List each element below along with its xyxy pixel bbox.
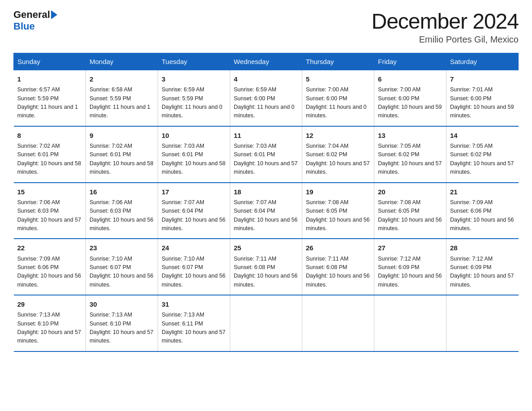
day-number: 22: [17, 243, 82, 253]
calendar-day-cell: 15 Sunrise: 7:06 AMSunset: 6:03 PMDaylig…: [14, 183, 86, 239]
calendar-day-cell: 22 Sunrise: 7:09 AMSunset: 6:06 PMDaylig…: [14, 239, 86, 295]
day-number: 23: [90, 243, 154, 253]
calendar-week-row: 1 Sunrise: 6:57 AMSunset: 5:59 PMDayligh…: [14, 70, 519, 126]
day-info: Sunrise: 7:10 AMSunset: 6:07 PMDaylight:…: [90, 256, 153, 288]
day-info: Sunrise: 7:05 AMSunset: 6:02 PMDaylight:…: [450, 143, 514, 175]
day-info: Sunrise: 6:59 AMSunset: 6:00 PMDaylight:…: [234, 86, 295, 119]
day-number: 18: [234, 187, 298, 197]
calendar-day-cell: 25 Sunrise: 7:11 AMSunset: 6:08 PMDaylig…: [230, 239, 302, 295]
calendar-day-cell: 17 Sunrise: 7:07 AMSunset: 6:04 PMDaylig…: [158, 183, 230, 239]
calendar-table: Sunday Monday Tuesday Wednesday Thursday…: [13, 53, 519, 352]
day-info: Sunrise: 7:13 AMSunset: 6:10 PMDaylight:…: [90, 312, 153, 344]
calendar-body: 1 Sunrise: 6:57 AMSunset: 5:59 PMDayligh…: [14, 70, 519, 351]
calendar-day-cell: [302, 295, 374, 351]
header-monday: Monday: [86, 53, 158, 70]
day-info: Sunrise: 7:13 AMSunset: 6:11 PMDaylight:…: [162, 312, 225, 344]
day-number: 15: [17, 187, 82, 197]
calendar-day-cell: 27 Sunrise: 7:12 AMSunset: 6:09 PMDaylig…: [374, 239, 446, 295]
header: General Blue December 2024 Emilio Portes…: [13, 9, 519, 45]
day-info: Sunrise: 7:10 AMSunset: 6:07 PMDaylight:…: [162, 256, 225, 288]
calendar-day-cell: 20 Sunrise: 7:08 AMSunset: 6:05 PMDaylig…: [374, 183, 446, 239]
calendar-day-cell: 10 Sunrise: 7:03 AMSunset: 6:01 PMDaylig…: [158, 126, 230, 183]
logo-arrow-icon: [51, 10, 57, 19]
calendar-day-cell: 29 Sunrise: 7:13 AMSunset: 6:10 PMDaylig…: [14, 295, 86, 351]
day-number: 27: [378, 243, 442, 253]
calendar-day-cell: 5 Sunrise: 7:00 AMSunset: 6:00 PMDayligh…: [302, 70, 374, 126]
day-number: 3: [162, 74, 226, 84]
day-info: Sunrise: 7:08 AMSunset: 6:05 PMDaylight:…: [306, 199, 369, 231]
logo-general-text: General: [13, 9, 50, 20]
header-thursday: Thursday: [302, 53, 374, 70]
calendar-day-cell: [230, 295, 302, 351]
day-number: 16: [90, 187, 154, 197]
day-info: Sunrise: 7:07 AMSunset: 6:04 PMDaylight:…: [234, 199, 297, 231]
day-info: Sunrise: 7:12 AMSunset: 6:09 PMDaylight:…: [378, 256, 442, 288]
calendar-week-row: 29 Sunrise: 7:13 AMSunset: 6:10 PMDaylig…: [14, 295, 519, 351]
calendar-day-cell: 7 Sunrise: 7:01 AMSunset: 6:00 PMDayligh…: [446, 70, 519, 126]
calendar-day-cell: [374, 295, 446, 351]
day-info: Sunrise: 7:03 AMSunset: 6:01 PMDaylight:…: [234, 143, 297, 175]
day-number: 25: [234, 243, 298, 253]
day-info: Sunrise: 7:06 AMSunset: 6:03 PMDaylight:…: [90, 199, 153, 231]
day-number: 20: [378, 187, 442, 197]
day-number: 2: [90, 74, 154, 84]
day-info: Sunrise: 7:08 AMSunset: 6:05 PMDaylight:…: [378, 199, 442, 231]
calendar-day-cell: 4 Sunrise: 6:59 AMSunset: 6:00 PMDayligh…: [230, 70, 302, 126]
day-info: Sunrise: 7:12 AMSunset: 6:09 PMDaylight:…: [450, 256, 514, 288]
day-info: Sunrise: 6:59 AMSunset: 5:59 PMDaylight:…: [162, 86, 223, 119]
header-sunday: Sunday: [14, 53, 86, 70]
logo-blue-text: Blue: [13, 21, 35, 32]
header-wednesday: Wednesday: [230, 53, 302, 70]
day-info: Sunrise: 6:58 AMSunset: 5:59 PMDaylight:…: [90, 86, 150, 119]
day-number: 14: [450, 130, 515, 141]
calendar-day-cell: 12 Sunrise: 7:04 AMSunset: 6:02 PMDaylig…: [302, 126, 374, 183]
calendar-day-cell: 2 Sunrise: 6:58 AMSunset: 5:59 PMDayligh…: [86, 70, 158, 126]
day-info: Sunrise: 6:57 AMSunset: 5:59 PMDaylight:…: [17, 86, 78, 119]
calendar-day-cell: 26 Sunrise: 7:11 AMSunset: 6:08 PMDaylig…: [302, 239, 374, 295]
day-info: Sunrise: 7:00 AMSunset: 6:00 PMDaylight:…: [378, 86, 442, 119]
day-info: Sunrise: 7:11 AMSunset: 6:08 PMDaylight:…: [234, 256, 297, 288]
title-area: December 2024 Emilio Portes Gil, Mexico: [371, 9, 519, 45]
day-number: 10: [162, 130, 226, 141]
location-title: Emilio Portes Gil, Mexico: [371, 34, 519, 45]
day-info: Sunrise: 7:02 AMSunset: 6:01 PMDaylight:…: [90, 143, 153, 175]
calendar-day-cell: 14 Sunrise: 7:05 AMSunset: 6:02 PMDaylig…: [446, 126, 519, 183]
day-number: 11: [234, 130, 298, 141]
day-info: Sunrise: 7:06 AMSunset: 6:03 PMDaylight:…: [17, 199, 81, 231]
day-number: 30: [90, 299, 154, 309]
calendar-day-cell: 21 Sunrise: 7:09 AMSunset: 6:06 PMDaylig…: [446, 183, 519, 239]
day-number: 24: [162, 243, 226, 253]
calendar-day-cell: 18 Sunrise: 7:07 AMSunset: 6:04 PMDaylig…: [230, 183, 302, 239]
day-number: 8: [17, 130, 82, 141]
day-number: 31: [162, 299, 226, 309]
day-info: Sunrise: 7:04 AMSunset: 6:02 PMDaylight:…: [306, 143, 369, 175]
calendar-day-cell: 28 Sunrise: 7:12 AMSunset: 6:09 PMDaylig…: [446, 239, 519, 295]
calendar-day-cell: 24 Sunrise: 7:10 AMSunset: 6:07 PMDaylig…: [158, 239, 230, 295]
calendar-week-row: 15 Sunrise: 7:06 AMSunset: 6:03 PMDaylig…: [14, 183, 519, 239]
day-number: 6: [378, 74, 442, 84]
calendar-day-cell: 23 Sunrise: 7:10 AMSunset: 6:07 PMDaylig…: [86, 239, 158, 295]
day-info: Sunrise: 7:07 AMSunset: 6:04 PMDaylight:…: [162, 199, 225, 231]
calendar-day-cell: 16 Sunrise: 7:06 AMSunset: 6:03 PMDaylig…: [86, 183, 158, 239]
calendar-day-cell: 6 Sunrise: 7:00 AMSunset: 6:00 PMDayligh…: [374, 70, 446, 126]
calendar-day-cell: 1 Sunrise: 6:57 AMSunset: 5:59 PMDayligh…: [14, 70, 86, 126]
day-number: 13: [378, 130, 442, 141]
day-number: 29: [17, 299, 82, 309]
day-info: Sunrise: 7:05 AMSunset: 6:02 PMDaylight:…: [378, 143, 442, 175]
calendar-week-row: 8 Sunrise: 7:02 AMSunset: 6:01 PMDayligh…: [14, 126, 519, 183]
calendar-day-cell: 13 Sunrise: 7:05 AMSunset: 6:02 PMDaylig…: [374, 126, 446, 183]
calendar-day-cell: 9 Sunrise: 7:02 AMSunset: 6:01 PMDayligh…: [86, 126, 158, 183]
day-number: 21: [450, 187, 515, 197]
header-friday: Friday: [374, 53, 446, 70]
day-number: 17: [162, 187, 226, 197]
day-info: Sunrise: 7:00 AMSunset: 6:00 PMDaylight:…: [306, 86, 367, 119]
day-number: 12: [306, 130, 370, 141]
day-info: Sunrise: 7:02 AMSunset: 6:01 PMDaylight:…: [17, 143, 81, 175]
header-saturday: Saturday: [446, 53, 519, 70]
calendar-day-cell: 31 Sunrise: 7:13 AMSunset: 6:11 PMDaylig…: [158, 295, 230, 351]
day-number: 9: [90, 130, 154, 141]
day-info: Sunrise: 7:09 AMSunset: 6:06 PMDaylight:…: [17, 256, 81, 288]
logo: General Blue: [13, 9, 57, 33]
day-info: Sunrise: 7:09 AMSunset: 6:06 PMDaylight:…: [450, 199, 514, 231]
day-number: 4: [234, 74, 298, 84]
